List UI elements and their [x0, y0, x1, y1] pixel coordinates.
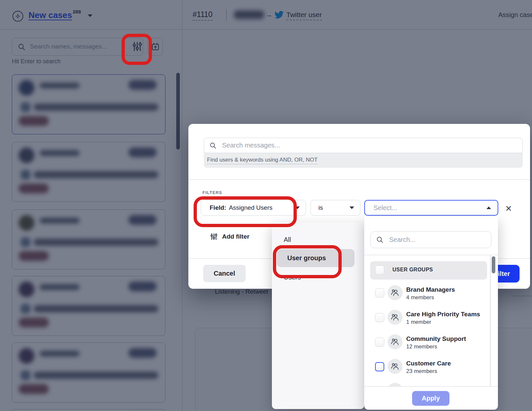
- group-name: Care High Priority Teams: [406, 311, 480, 318]
- dropdown-scrollbar[interactable]: [492, 256, 495, 273]
- search-icon: [376, 236, 384, 244]
- group-list-viewport: USER GROUPS Brand Managers4 membersCare …: [364, 255, 494, 386]
- group-checkbox[interactable]: [375, 313, 384, 322]
- select-all-groups-checkbox[interactable]: [375, 265, 384, 275]
- group-members: 4 members: [406, 294, 434, 301]
- add-filter-button[interactable]: Add filter: [210, 232, 249, 241]
- apply-button[interactable]: Apply: [412, 391, 449, 406]
- user-group-avatar: [388, 334, 403, 349]
- user-group-avatar: [388, 359, 403, 374]
- app-screen: New cases 288 Search names, messages... …: [0, 0, 532, 411]
- annotation-ring-user-groups: [273, 245, 342, 278]
- remove-filter-icon[interactable]: ✕: [505, 205, 512, 213]
- user-group-avatar: [388, 285, 403, 300]
- apply-label: Apply: [422, 395, 440, 402]
- annotation-ring-field-select: [194, 196, 297, 227]
- group-search-placeholder: Search...: [389, 236, 415, 244]
- user-group-avatar: [388, 310, 403, 325]
- group-name: Customer Care: [406, 360, 451, 367]
- group-members: 1 member: [406, 319, 431, 325]
- cancel-label: Cancel: [214, 270, 235, 277]
- operator-value: is: [318, 204, 323, 211]
- message-search-placeholder: Search messages...: [222, 142, 280, 149]
- filters-section-label: FILTERS: [202, 190, 222, 195]
- group-members: 23 members: [406, 368, 437, 375]
- search-icon: [209, 142, 217, 149]
- filter-sliders-icon: [210, 232, 218, 241]
- menu-option-all[interactable]: All: [284, 236, 291, 244]
- modal-section-divider: [188, 179, 530, 180]
- value-dropdown-panel: Search... USER GROUPS Brand Managers4 me…: [364, 217, 498, 410]
- group-section-header[interactable]: USER GROUPS: [370, 261, 487, 280]
- group-section-label: USER GROUPS: [392, 267, 433, 273]
- operator-select[interactable]: is: [311, 200, 360, 216]
- value-select[interactable]: Select...: [364, 200, 498, 216]
- group-name: Community Support: [406, 335, 466, 342]
- user-group-avatar: [388, 383, 403, 386]
- group-checkbox[interactable]: [375, 288, 384, 298]
- message-search-input[interactable]: Search messages...: [204, 138, 523, 153]
- group-checkbox[interactable]: [375, 338, 384, 347]
- chevron-down-icon: [350, 206, 354, 209]
- search-syntax-hint: Find users & keywords using AND, OR, NOT: [204, 153, 523, 168]
- dropdown-footer-divider: [364, 386, 498, 387]
- value-placeholder: Select...: [373, 204, 397, 212]
- annotation-ring-filter-icon: [122, 34, 152, 65]
- chevron-up-icon: [486, 206, 491, 209]
- add-filter-label: Add filter: [222, 233, 249, 240]
- search-syntax-hint-text: Find users & keywords using AND, OR, NOT: [207, 157, 317, 164]
- group-checkbox[interactable]: [375, 362, 384, 371]
- group-members: 12 members: [406, 343, 437, 350]
- group-search-input[interactable]: Search...: [370, 231, 491, 248]
- group-name: Brand Managers: [406, 286, 455, 293]
- cancel-button[interactable]: Cancel: [203, 265, 246, 282]
- dropdown-scroll-track: [490, 255, 491, 386]
